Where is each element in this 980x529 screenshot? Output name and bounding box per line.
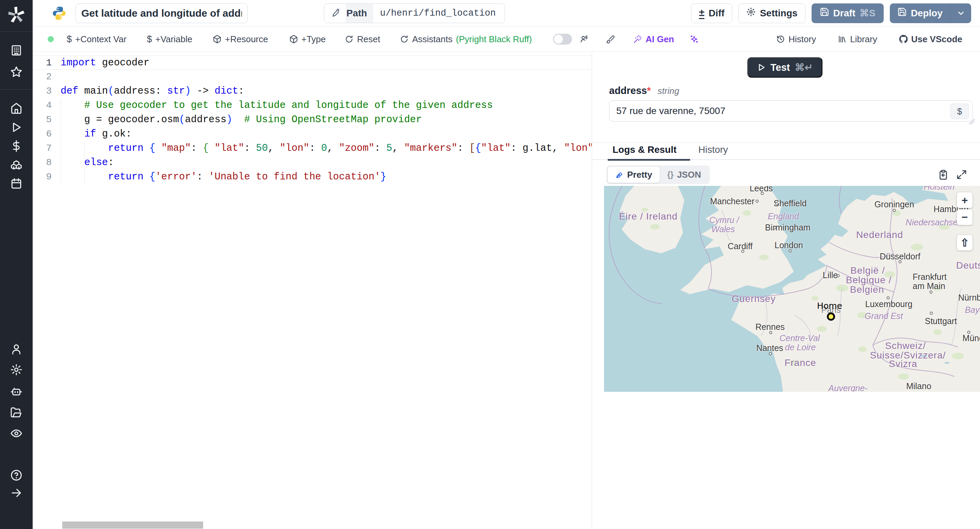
city-dot	[967, 331, 970, 334]
map-zoom-in-button[interactable]: +	[957, 192, 972, 208]
add-resource-button[interactable]: +Resource	[213, 34, 268, 45]
pretty-view-button[interactable]: Pretty	[608, 167, 660, 183]
boxes-icon[interactable]	[10, 159, 22, 172]
json-view-button[interactable]: {} JSON	[660, 167, 709, 183]
save-icon	[897, 7, 907, 19]
field-name: address*	[609, 85, 651, 96]
assistants-label: Assistants	[412, 34, 453, 45]
deploy-options-button[interactable]	[950, 3, 971, 23]
line-number: 1	[33, 56, 52, 69]
deploy-button[interactable]: Deploy	[890, 3, 950, 23]
wand-icon	[633, 35, 642, 43]
gear-icon	[746, 7, 756, 19]
play-icon[interactable]	[10, 121, 22, 134]
star-icon[interactable]	[10, 66, 22, 78]
dollar-icon[interactable]	[10, 140, 22, 152]
add-context-var-button[interactable]: $ +Context Var	[67, 34, 127, 45]
draft-button[interactable]: Draft ⌘S	[811, 3, 884, 23]
path-value: u/henri/find_location	[373, 8, 504, 18]
script-title-input[interactable]	[76, 3, 248, 23]
address-input[interactable]	[609, 101, 909, 121]
use-vscode-label: Use VScode	[911, 34, 962, 45]
resize-handle[interactable]	[969, 119, 975, 124]
city-dot	[775, 202, 778, 205]
deploy-split-button: Deploy	[890, 3, 971, 23]
refresh-icon	[400, 35, 409, 43]
insert-variable-button[interactable]: $	[950, 104, 969, 119]
map-label: Rennes	[756, 322, 785, 332]
code-line[interactable]: 5 g = geocoder.osm(address) # Using Open…	[33, 113, 592, 127]
user-icon[interactable]	[10, 343, 22, 355]
code-lines[interactable]: 1import geocoder23def main(address: str)…	[33, 52, 592, 184]
diff-button[interactable]: ± Diff	[691, 3, 732, 23]
map-label: Svizra	[889, 359, 917, 369]
arrow-right-icon[interactable]	[10, 487, 22, 499]
settings-button[interactable]: Settings	[738, 3, 805, 23]
field-label-row: address* string	[609, 85, 679, 96]
toolbar-right-group: History Library Use VScode	[776, 34, 980, 45]
add-resource-label: +Resource	[225, 34, 268, 45]
gear-icon[interactable]	[10, 363, 22, 376]
tab-logs-result[interactable]: Logs & Result	[612, 144, 676, 159]
multiplayer-toggle[interactable]	[553, 34, 572, 45]
reset-button[interactable]: Reset	[345, 34, 380, 45]
city-dot	[887, 296, 890, 300]
sparkles-icon-button[interactable]	[690, 35, 698, 43]
assistants-button[interactable]: Assistants (Pyright Black Ruff)	[400, 34, 532, 45]
line-number: 6	[33, 127, 52, 141]
city-dot	[893, 209, 896, 212]
building-icon[interactable]	[10, 44, 22, 56]
save-icon	[820, 7, 829, 19]
windmill-logo-icon[interactable]	[5, 4, 27, 26]
history-icon	[776, 35, 785, 43]
add-type-button[interactable]: +Type	[289, 34, 326, 45]
field-type: string	[658, 86, 679, 96]
package-icon	[213, 35, 221, 43]
folder-open-icon[interactable]	[10, 406, 22, 418]
code-line[interactable]: 7 return { "map": { "lat": 50, "lon": 0,…	[33, 141, 592, 156]
sidebar-divider	[0, 31, 33, 32]
tab-history[interactable]: History	[698, 144, 728, 159]
code-line[interactable]: 4 # Use geocoder to get the latitude and…	[33, 99, 592, 113]
collaborators-button[interactable]	[579, 35, 588, 43]
run-form: Test ⌘↵ address* string $	[592, 52, 980, 143]
library-button[interactable]: Library	[838, 34, 877, 45]
topbar-actions: ± Diff Settings Draft ⌘S	[691, 3, 980, 23]
history-button[interactable]: History	[776, 34, 816, 45]
add-variable-button[interactable]: $ +Variable	[147, 34, 192, 45]
test-button[interactable]: Test ⌘↵	[747, 57, 822, 78]
settings-label: Settings	[760, 8, 797, 19]
city-dot	[756, 200, 759, 203]
calendar-icon[interactable]	[10, 177, 22, 190]
code-line[interactable]: 1import geocoder	[33, 56, 592, 70]
map-label: Auvergne-	[828, 383, 867, 392]
home-icon[interactable]	[10, 102, 22, 115]
city-dot	[741, 250, 745, 253]
paintbrush-icon	[606, 35, 615, 43]
map-zoom-out-button[interactable]: −	[957, 209, 972, 225]
code-line[interactable]: 8 else:	[33, 156, 592, 170]
path-field[interactable]: Path u/henri/find_location	[324, 3, 505, 23]
code-line[interactable]: 3def main(address: str) -> dict:	[33, 84, 592, 99]
reset-label: Reset	[357, 34, 380, 45]
map-home-button[interactable]: ⇧	[957, 235, 972, 250]
code-line[interactable]: 9 return {'error': 'Unable to find the l…	[33, 170, 592, 184]
line-number: 8	[33, 156, 52, 170]
code-line[interactable]: 2	[33, 70, 592, 84]
ai-gen-button[interactable]: AI Gen	[633, 34, 674, 45]
code-line[interactable]: 6 if g.ok:	[33, 127, 592, 141]
map-label: Lille	[823, 270, 838, 280]
robot-icon[interactable]	[10, 386, 22, 398]
code-editor[interactable]: 1import geocoder23def main(address: str)…	[33, 52, 592, 529]
expand-icon[interactable]	[956, 169, 967, 180]
help-icon[interactable]	[10, 469, 22, 481]
format-button[interactable]	[606, 35, 615, 43]
use-vscode-button[interactable]: Use VScode	[899, 34, 962, 45]
eye-icon[interactable]	[10, 427, 22, 440]
horizontal-scrollbar[interactable]	[62, 521, 203, 529]
home-marker[interactable]	[827, 312, 835, 321]
result-map[interactable]: LeedsManchesterSheffieldEnglandCymru /Wa…	[604, 186, 980, 392]
sidebar-divider	[0, 89, 33, 89]
copy-result-icon[interactable]	[938, 169, 949, 180]
map-label: Wales	[711, 224, 735, 234]
